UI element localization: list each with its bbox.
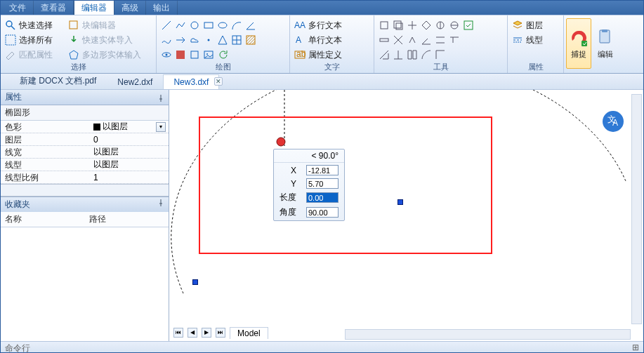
group-draw-label: 绘图 [161, 62, 285, 73]
prop-category[interactable]: 椭圆形 [1, 105, 169, 121]
t4-icon[interactable] [421, 20, 432, 31]
prop-row[interactable]: 线型比例1 [1, 171, 169, 184]
fav-col-path[interactable]: 路径 [85, 212, 169, 227]
prop-row[interactable]: 线型以图层 [1, 159, 169, 171]
line-icon[interactable] [161, 20, 172, 31]
length-input[interactable] [306, 192, 339, 203]
close-tab-icon[interactable]: ✕ [214, 77, 223, 86]
linetype-button[interactable]: 线型 [526, 34, 543, 46]
t15-icon[interactable] [393, 49, 404, 60]
rect-icon[interactable] [203, 20, 214, 31]
arc-icon[interactable] [231, 20, 242, 31]
ellipse-icon[interactable] [217, 20, 228, 31]
quick-import-button[interactable]: 快速实体导入 [82, 34, 133, 46]
t7-icon[interactable] [463, 20, 474, 31]
t17-icon[interactable] [421, 49, 432, 60]
dropdown-icon[interactable]: ▾ [156, 122, 166, 132]
angle-input[interactable] [306, 207, 339, 218]
refresh-icon[interactable] [217, 49, 228, 60]
attrdef-button[interactable]: 属性定义 [308, 49, 342, 61]
cloud-icon[interactable] [189, 34, 200, 46]
t13-icon[interactable] [449, 34, 460, 46]
group-props-label: 属性 [512, 62, 559, 73]
polyline-icon[interactable] [175, 20, 186, 31]
svg-rect-27 [464, 21, 473, 29]
pin-icon[interactable] [157, 94, 164, 101]
point-icon[interactable] [203, 34, 214, 46]
t10-icon[interactable] [407, 34, 418, 46]
polygon-input-icon [68, 49, 79, 60]
t12-icon[interactable] [435, 34, 446, 46]
layers-button[interactable]: 图层 [526, 20, 543, 32]
circle-icon[interactable] [189, 20, 200, 31]
t11-icon[interactable] [421, 34, 432, 46]
props-panel-header[interactable]: 属性 [1, 90, 169, 105]
tab-nav-last[interactable]: ⏭ [216, 328, 225, 338]
t6-icon[interactable] [449, 20, 460, 31]
block-editor-button[interactable]: 块编辑器 [82, 20, 116, 32]
command-line[interactable]: 命令行 ⊞ [1, 341, 643, 353]
coord-float-box[interactable]: < 90.0° X Y 长度 角度 [273, 149, 345, 221]
fav-col-name[interactable]: 名称 [1, 212, 85, 227]
hatch-icon[interactable] [245, 34, 256, 46]
t2-icon[interactable] [393, 20, 404, 31]
eye-icon[interactable] [161, 49, 172, 60]
edit-button[interactable]: 编辑 [593, 18, 618, 69]
prop-row[interactable]: 图层0 [1, 133, 169, 146]
titletab-1[interactable]: 查看器 [34, 1, 74, 15]
titletab-2[interactable]: 编辑器 [74, 0, 114, 15]
doc-tab-0[interactable]: 新建 DOCX 文档.pdf [9, 72, 107, 89]
quick-select-button[interactable]: 快速选择 [19, 20, 53, 32]
svg-point-6 [218, 22, 227, 28]
svg-text:A: A [296, 35, 301, 45]
mtext-button[interactable]: 多行文本 [308, 20, 342, 32]
pin-icon[interactable] [157, 199, 164, 206]
coord-y-input[interactable] [306, 178, 339, 189]
coord-x-input[interactable] [306, 165, 339, 175]
prop-row[interactable]: 线宽以图层 [1, 146, 169, 159]
polygon-input-button[interactable]: 多边形实体输入 [82, 49, 141, 61]
t8-icon[interactable] [379, 34, 390, 46]
stext-button[interactable]: 单行文本 [308, 34, 342, 46]
t16-icon[interactable] [407, 49, 418, 60]
t3-icon[interactable] [407, 20, 418, 31]
left-panel: 属性 椭圆形 色彩 以图层▾ 图层0 线宽以图层 线型以图层 线型比例1 收藏夹 [1, 90, 169, 341]
spline-icon[interactable] [161, 34, 172, 46]
handle[interactable] [192, 279, 198, 285]
t14-icon[interactable] [379, 49, 390, 60]
select-all-button[interactable]: 选择所有 [19, 34, 53, 46]
titletab-3[interactable]: 高级 [114, 1, 146, 15]
t1-icon[interactable] [379, 20, 390, 31]
ray-icon[interactable] [175, 34, 186, 46]
match-props-button[interactable]: 匹配属性 [19, 49, 53, 61]
cmdline-expand-icon[interactable]: ⊞ [632, 342, 639, 353]
prop-row[interactable]: 色彩 以图层▾ [1, 121, 169, 133]
angle-icon[interactable] [245, 20, 256, 31]
select-all-icon [5, 34, 16, 46]
match-props-icon [5, 49, 16, 60]
capture-button[interactable]: 捕捉 [566, 18, 591, 69]
tab-nav-next[interactable]: ▶ [202, 328, 211, 338]
tri-icon[interactable] [217, 34, 228, 46]
titletab-0[interactable]: 文件 [2, 1, 34, 15]
translate-fab-icon[interactable]: 文A [603, 111, 624, 132]
color-fill-icon[interactable] [175, 49, 186, 60]
tab-nav-first[interactable]: ⏮ [173, 328, 183, 338]
t5-icon[interactable] [435, 20, 446, 31]
horizontal-scrollbar[interactable] [345, 329, 631, 340]
t18-icon[interactable] [435, 49, 446, 60]
model-tab[interactable]: Model [230, 327, 268, 339]
svg-text:A: A [612, 118, 618, 128]
image-icon[interactable] [203, 49, 214, 60]
doc-tabs: 新建 DOCX 文档.pdf New2.dxf New3.dxf✕ [1, 74, 643, 90]
canvas[interactable]: < 90.0° X Y 长度 角度 文A ⏮ ◀ ▶ ⏭ Model [169, 90, 643, 341]
titlebar-tabs: 文件 查看器 编辑器 高级 输出 [1, 1, 643, 15]
t9-icon[interactable] [393, 34, 404, 46]
doc-tab-2[interactable]: New3.dxf✕ [163, 74, 219, 89]
doc-tab-1[interactable]: New2.dxf [107, 74, 163, 89]
grid-icon[interactable] [231, 34, 242, 46]
sq-icon[interactable] [189, 49, 200, 60]
vertical-scrollbar[interactable] [631, 94, 642, 324]
titletab-4[interactable]: 输出 [146, 1, 178, 15]
tab-nav-prev[interactable]: ◀ [188, 328, 197, 338]
